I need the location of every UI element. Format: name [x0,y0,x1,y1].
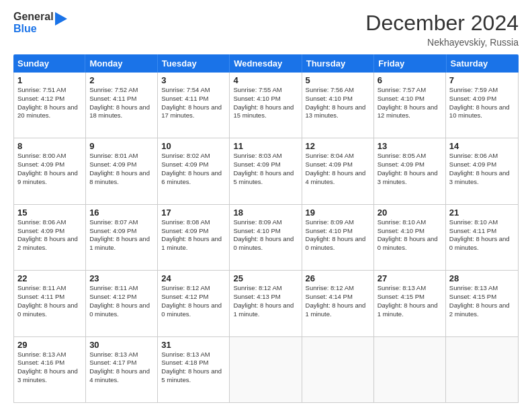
daylight-text: Daylight: 8 hours and 0 minutes. [378,235,442,253]
daylight-text: Daylight: 8 hours and 0 minutes. [161,302,226,319]
sunrise-text: Sunrise: 7:52 AM [89,86,154,95]
daylight-text: Daylight: 8 hours and 5 minutes. [161,367,226,385]
sunrise-text: Sunrise: 8:06 AM [17,218,82,227]
day-number: 5 [306,75,370,85]
day-cell-2: 2Sunrise: 7:52 AMSunset: 4:11 PMDaylight… [86,73,158,138]
sunset-text: Sunset: 4:10 PM [378,95,442,103]
day-cell-6: 6Sunrise: 7:57 AMSunset: 4:10 PMDaylight… [374,73,446,138]
day-number: 15 [17,208,82,218]
sunrise-text: Sunrise: 8:10 AM [449,218,515,227]
day-number: 31 [161,340,226,350]
calendar-row-3: 15Sunrise: 8:06 AMSunset: 4:09 PMDayligh… [14,205,518,271]
day-number: 2 [89,75,154,85]
day-number: 17 [161,208,226,218]
day-number: 16 [89,208,154,218]
day-cell-18: 18Sunrise: 8:09 AMSunset: 4:10 PMDayligh… [230,205,302,270]
header-cell-wednesday: Wednesday [230,54,302,73]
sunset-text: Sunset: 4:12 PM [161,293,226,302]
sunrise-text: Sunrise: 7:59 AM [449,86,515,95]
day-cell-10: 10Sunrise: 8:02 AMSunset: 4:09 PMDayligh… [158,138,230,203]
daylight-text: Daylight: 8 hours and 0 minutes. [306,235,370,253]
day-cell-4: 4Sunrise: 7:55 AMSunset: 4:10 PMDaylight… [230,73,302,138]
header-cell-thursday: Thursday [302,54,374,73]
sunrise-text: Sunrise: 8:07 AM [89,218,154,227]
day-number: 29 [17,340,82,350]
day-cell-11: 11Sunrise: 8:03 AMSunset: 4:09 PMDayligh… [230,138,302,203]
daylight-text: Daylight: 8 hours and 2 minutes. [17,235,82,253]
daylight-text: Daylight: 8 hours and 0 minutes. [233,235,298,253]
sunset-text: Sunset: 4:17 PM [89,359,154,367]
daylight-text: Daylight: 8 hours and 15 minutes. [233,103,298,121]
sunrise-text: Sunrise: 8:11 AM [89,284,154,293]
daylight-text: Daylight: 8 hours and 3 minutes. [378,169,442,187]
sunrise-text: Sunrise: 8:13 AM [449,284,515,293]
calendar-row-2: 8Sunrise: 8:00 AMSunset: 4:09 PMDaylight… [14,138,518,204]
sunrise-text: Sunrise: 8:04 AM [306,152,370,161]
empty-cell [446,337,518,402]
sunset-text: Sunset: 4:09 PM [161,227,226,236]
sunset-text: Sunset: 4:10 PM [306,227,370,236]
sunrise-text: Sunrise: 8:13 AM [378,284,442,293]
day-cell-5: 5Sunrise: 7:56 AMSunset: 4:10 PMDaylight… [302,73,374,138]
day-cell-27: 27Sunrise: 8:13 AMSunset: 4:15 PMDayligh… [374,271,446,336]
day-number: 25 [233,273,298,283]
day-number: 22 [17,273,82,283]
day-cell-28: 28Sunrise: 8:13 AMSunset: 4:15 PMDayligh… [446,271,518,336]
day-number: 12 [306,141,370,151]
day-cell-30: 30Sunrise: 8:13 AMSunset: 4:17 PMDayligh… [86,337,158,402]
sunrise-text: Sunrise: 7:55 AM [233,86,298,95]
sunset-text: Sunset: 4:10 PM [306,95,370,103]
day-number: 20 [378,208,442,218]
day-cell-21: 21Sunrise: 8:10 AMSunset: 4:11 PMDayligh… [446,205,518,270]
daylight-text: Daylight: 8 hours and 4 minutes. [306,169,370,187]
sunrise-text: Sunrise: 8:03 AM [233,152,298,161]
sunset-text: Sunset: 4:12 PM [89,293,154,302]
calendar-header-row: SundayMondayTuesdayWednesdayThursdayFrid… [13,54,519,73]
day-cell-1: 1Sunrise: 7:51 AMSunset: 4:12 PMDaylight… [14,73,86,138]
daylight-text: Daylight: 8 hours and 0 minutes. [89,302,154,319]
day-number: 4 [233,75,298,85]
sunrise-text: Sunrise: 7:54 AM [161,86,226,95]
day-cell-8: 8Sunrise: 8:00 AMSunset: 4:09 PMDaylight… [14,138,86,203]
sunset-text: Sunset: 4:09 PM [306,161,370,169]
day-number: 7 [449,75,515,85]
day-number: 23 [89,273,154,283]
header-cell-monday: Monday [85,54,157,73]
sunset-text: Sunset: 4:10 PM [233,95,298,103]
daylight-text: Daylight: 8 hours and 0 minutes. [17,302,82,319]
day-number: 8 [17,141,82,151]
daylight-text: Daylight: 8 hours and 10 minutes. [449,103,515,121]
day-cell-26: 26Sunrise: 8:12 AMSunset: 4:14 PMDayligh… [302,271,374,336]
day-cell-24: 24Sunrise: 8:12 AMSunset: 4:12 PMDayligh… [158,271,230,336]
logo-triangle-icon [55,12,67,31]
daylight-text: Daylight: 8 hours and 18 minutes. [89,103,154,121]
sunrise-text: Sunrise: 8:13 AM [17,351,82,359]
daylight-text: Daylight: 8 hours and 3 minutes. [449,169,515,187]
sunrise-text: Sunrise: 7:57 AM [378,86,442,95]
day-cell-15: 15Sunrise: 8:06 AMSunset: 4:09 PMDayligh… [14,205,86,270]
daylight-text: Daylight: 8 hours and 1 minute. [306,302,370,319]
day-cell-19: 19Sunrise: 8:09 AMSunset: 4:10 PMDayligh… [302,205,374,270]
calendar-row-4: 22Sunrise: 8:11 AMSunset: 4:11 PMDayligh… [14,271,518,336]
calendar-row-5: 29Sunrise: 8:13 AMSunset: 4:16 PMDayligh… [14,337,518,402]
day-cell-3: 3Sunrise: 7:54 AMSunset: 4:11 PMDaylight… [158,73,230,138]
logo-text: General Blue [13,11,54,36]
day-number: 19 [306,208,370,218]
day-cell-31: 31Sunrise: 8:13 AMSunset: 4:18 PMDayligh… [158,337,230,402]
sunset-text: Sunset: 4:10 PM [378,227,442,236]
sunrise-text: Sunrise: 8:06 AM [449,152,515,161]
daylight-text: Daylight: 8 hours and 1 minute. [161,235,226,253]
day-cell-16: 16Sunrise: 8:07 AMSunset: 4:09 PMDayligh… [86,205,158,270]
sunrise-text: Sunrise: 8:10 AM [378,218,442,227]
daylight-text: Daylight: 8 hours and 3 minutes. [17,367,82,385]
sunset-text: Sunset: 4:09 PM [233,161,298,169]
header-cell-tuesday: Tuesday [158,54,230,73]
day-number: 9 [89,141,154,151]
subtitle: Nekhayevskiy, Russia [365,37,519,48]
day-number: 14 [449,141,515,151]
day-cell-22: 22Sunrise: 8:11 AMSunset: 4:11 PMDayligh… [14,271,86,336]
header-cell-sunday: Sunday [13,54,85,73]
day-number: 1 [17,75,82,85]
header: General Blue December 2024 Nekhayevskiy,… [13,11,519,48]
sunrise-text: Sunrise: 8:00 AM [17,152,82,161]
